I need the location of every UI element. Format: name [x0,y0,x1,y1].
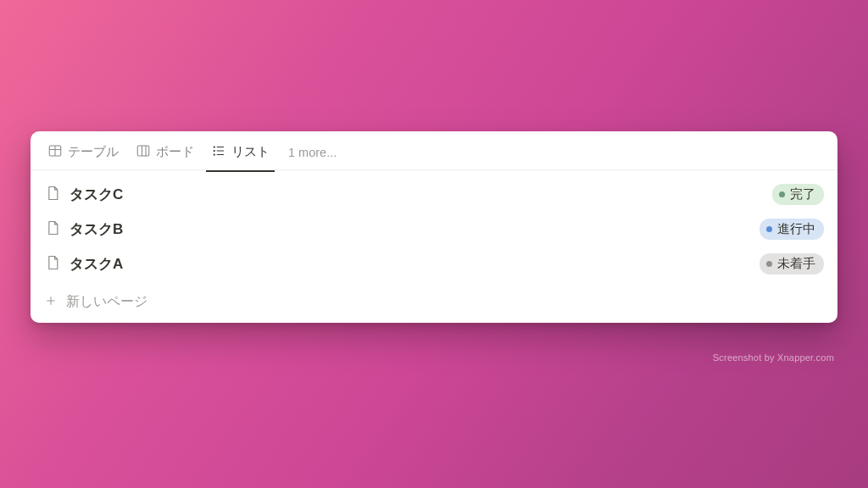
plus-icon [44,294,58,311]
more-label: 1 more... [288,146,337,159]
status-badge[interactable]: 未着手 [760,253,824,274]
list-item[interactable]: タスクB 進行中 [41,212,827,247]
tab-table[interactable]: テーブル [41,138,125,171]
task-title: タスクA [70,254,751,274]
watermark: Screenshot by Xnapper.com [713,352,834,363]
database-card: テーブル ボード リスト 1 more... タスクC 完了 [31,131,837,323]
page-icon [44,185,61,205]
task-title: タスクB [70,219,751,239]
more-views[interactable]: 1 more... [280,141,345,169]
status-badge[interactable]: 進行中 [760,219,824,240]
page-icon [44,219,61,240]
svg-rect-3 [137,146,149,156]
status-dot-icon [779,191,785,197]
tab-label: テーブル [68,144,119,160]
tab-board[interactable]: ボード [129,138,201,171]
status-text: 進行中 [777,221,815,237]
task-list: タスクC 完了 タスクB 進行中 タスクA 未着手 [31,170,837,285]
list-item[interactable]: タスクA 未着手 [41,247,827,281]
svg-point-11 [214,154,214,155]
task-title: タスクC [70,185,764,204]
tab-label: ボード [156,144,194,160]
new-page-button[interactable]: 新しいページ [31,285,837,323]
table-icon [47,143,63,161]
tab-label: リスト [231,144,270,160]
list-item[interactable]: タスクC 完了 [41,177,827,212]
view-tabs: テーブル ボード リスト 1 more... [31,131,837,170]
board-icon [136,143,151,161]
status-dot-icon [766,261,772,267]
svg-point-9 [214,147,214,147]
svg-point-10 [214,150,214,151]
page-icon [44,254,61,274]
tab-list[interactable]: リスト [204,138,276,171]
status-text: 未着手 [777,256,815,272]
status-text: 完了 [790,186,815,202]
status-badge[interactable]: 完了 [772,184,824,205]
new-page-label: 新しいページ [66,293,147,311]
list-icon [211,143,226,161]
status-dot-icon [766,226,772,232]
